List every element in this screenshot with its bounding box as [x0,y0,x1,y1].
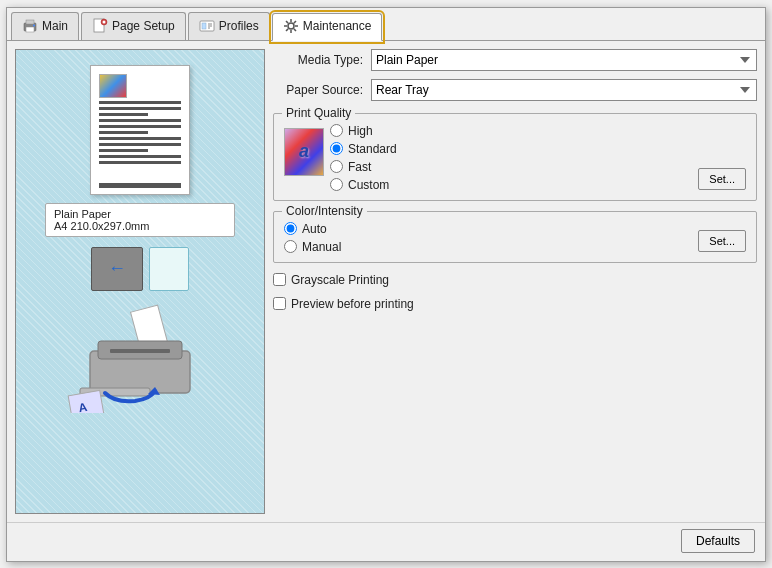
tab-maintenance-label: Maintenance [303,19,372,33]
quality-standard-label[interactable]: Standard [348,142,397,156]
print-quality-group: Print Quality a High Standard [273,113,757,201]
quality-high-label[interactable]: High [348,124,373,138]
quality-custom-label[interactable]: Custom [348,178,389,192]
main-content: Plain Paper A4 210.0x297.0mm ← [7,41,765,522]
source-icon-paper [149,247,189,291]
media-type-row: Media Type: Plain Paper Glossy Photo Pap… [273,49,757,71]
color-intensity-label: Color/Intensity [282,204,367,218]
arrow-icon: ← [108,258,126,279]
preview-label[interactable]: Preview before printing [291,297,414,311]
tab-maintenance[interactable]: Maintenance [272,13,383,41]
quality-custom-radio[interactable] [330,178,343,191]
svg-line-17 [286,21,288,23]
preview-panel: Plain Paper A4 210.0x297.0mm ← [15,49,265,514]
svg-line-20 [286,29,288,31]
color-auto-radio[interactable] [284,222,297,235]
media-type-label: Media Type: [273,53,363,67]
print-quality-content: a High Standard Fast [284,124,746,192]
tab-page-setup-label: Page Setup [112,19,175,33]
color-manual-row: Manual [284,240,692,254]
quality-high-radio[interactable] [330,124,343,137]
quality-high-row: High [330,124,692,138]
paper-info-line2: A4 210.0x297.0mm [54,220,226,232]
paper-line-10 [99,155,181,158]
paper-info-line1: Plain Paper [54,208,226,220]
source-icons: ← [91,247,189,291]
maintenance-icon [283,18,299,34]
tab-page-setup[interactable]: Page Setup [81,12,186,40]
grayscale-label[interactable]: Grayscale Printing [291,273,389,287]
paper-line-1 [99,101,181,104]
svg-line-19 [294,21,296,23]
paper-line-2 [99,107,181,110]
source-icon-printer: ← [91,247,143,291]
tab-main-label: Main [42,19,68,33]
quality-fast-radio[interactable] [330,160,343,173]
color-intensity-group: Color/Intensity Auto Manual Set... [273,211,757,263]
tab-profiles[interactable]: Profiles [188,12,270,40]
paper-line-5 [99,125,181,128]
tab-main[interactable]: Main [11,12,79,40]
svg-rect-2 [26,27,34,32]
svg-point-12 [288,23,294,29]
paper-line-9 [99,149,148,152]
paper-source-row: Paper Source: Rear Tray Cassette Automat… [273,79,757,101]
paper-info-box: Plain Paper A4 210.0x297.0mm [45,203,235,237]
quality-fast-row: Fast [330,160,692,174]
color-auto-label[interactable]: Auto [302,222,327,236]
svg-rect-24 [110,349,170,353]
quality-fast-label[interactable]: Fast [348,160,371,174]
tab-bar: Main Page Setup [7,8,765,41]
paper-line-8 [99,143,181,146]
color-manual-radio[interactable] [284,240,297,253]
media-type-select[interactable]: Plain Paper Glossy Photo Paper Matte Pho… [371,49,757,71]
svg-point-3 [33,24,35,26]
preview-checkbox[interactable] [273,297,286,310]
quality-icon: a [284,128,324,176]
color-set-button[interactable]: Set... [698,230,746,252]
quality-custom-row: Custom [330,178,692,192]
tab-profiles-label: Profiles [219,19,259,33]
paper-bottom-bar [99,183,181,188]
defaults-button[interactable]: Defaults [681,529,755,553]
svg-rect-1 [26,20,34,24]
paper-line-11 [99,161,181,164]
color-auto-row: Auto [284,222,692,236]
paper-line-3 [99,113,148,116]
preview-row: Preview before printing [273,297,757,311]
quality-radio-group: High Standard Fast Custom [330,124,692,192]
paper-lines [99,101,181,167]
page-icon [92,18,108,34]
quality-standard-row: Standard [330,142,692,156]
svg-point-6 [103,20,106,23]
paper-source-label: Paper Source: [273,83,363,97]
grayscale-checkbox[interactable] [273,273,286,286]
paper-preview [90,65,190,195]
color-group-content: Auto Manual Set... [284,222,746,254]
printer-illustration: A [60,303,220,413]
paper-source-select[interactable]: Rear Tray Cassette Automatically Select [371,79,757,101]
svg-line-18 [294,29,296,31]
quality-standard-radio[interactable] [330,142,343,155]
profiles-icon [199,18,215,34]
paper-line-6 [99,131,148,134]
color-radio-group: Auto Manual [284,222,692,254]
quality-set-button[interactable]: Set... [698,168,746,190]
bottom-bar: Defaults [7,522,765,561]
color-manual-label[interactable]: Manual [302,240,341,254]
svg-rect-8 [202,23,206,29]
print-quality-label: Print Quality [282,106,355,120]
printer-icon [22,18,38,34]
settings-panel: Media Type: Plain Paper Glossy Photo Pap… [273,49,757,514]
paper-line-7 [99,137,181,140]
grayscale-row: Grayscale Printing [273,273,757,287]
print-dialog: Main Page Setup [6,7,766,562]
paper-line-4 [99,119,181,122]
paper-image-icon [99,74,127,98]
